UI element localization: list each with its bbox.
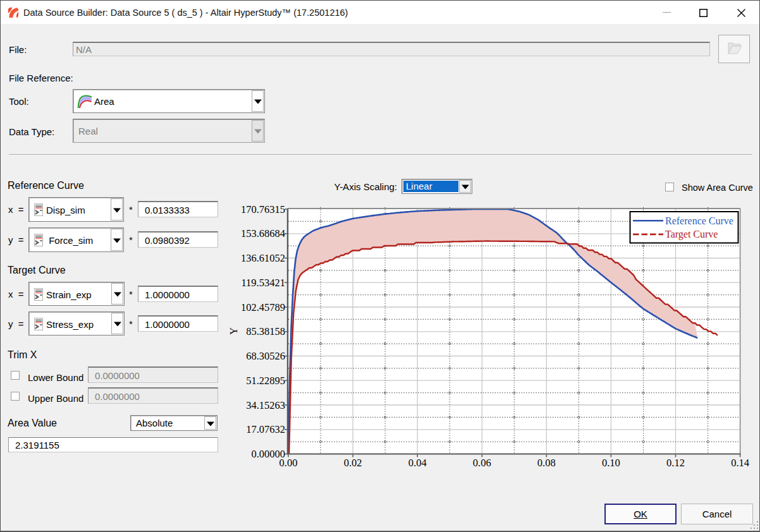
svg-text:170.76315: 170.76315 bbox=[241, 203, 285, 215]
svg-text:0.14: 0.14 bbox=[731, 457, 749, 469]
svg-text:17.07632: 17.07632 bbox=[246, 423, 285, 435]
svg-text:0.04: 0.04 bbox=[408, 457, 427, 469]
svg-text:0.02: 0.02 bbox=[344, 457, 362, 469]
svg-text:119.53421: 119.53421 bbox=[241, 277, 285, 289]
svg-text:0.10: 0.10 bbox=[602, 457, 620, 469]
svg-text:0.00: 0.00 bbox=[279, 457, 298, 469]
svg-text:51.22895: 51.22895 bbox=[246, 375, 285, 387]
svg-text:102.45789: 102.45789 bbox=[241, 301, 285, 313]
svg-text:68.30526: 68.30526 bbox=[246, 350, 285, 362]
svg-text:153.68684: 153.68684 bbox=[241, 227, 285, 239]
svg-text:85.38158: 85.38158 bbox=[246, 325, 285, 337]
svg-text:0.08: 0.08 bbox=[537, 457, 556, 469]
svg-text:Y: Y bbox=[228, 327, 240, 335]
svg-text:34.15263: 34.15263 bbox=[246, 399, 285, 411]
svg-text:Target Curve: Target Curve bbox=[665, 229, 718, 240]
svg-text:136.61052: 136.61052 bbox=[241, 252, 285, 264]
svg-text:Reference Curve: Reference Curve bbox=[665, 215, 733, 226]
svg-text:0.12: 0.12 bbox=[666, 457, 685, 469]
svg-text:0.06: 0.06 bbox=[473, 457, 491, 469]
